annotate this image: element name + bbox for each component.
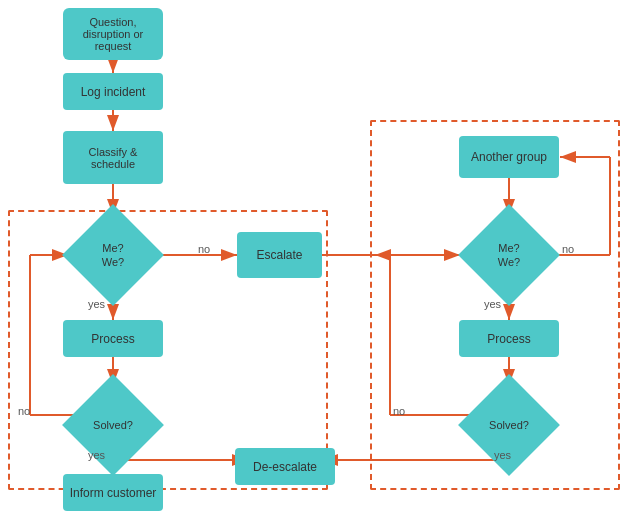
solved-right-label: Solved?: [489, 418, 529, 432]
question-label: Question, disruption or request: [83, 16, 144, 52]
no4-label: no: [393, 405, 405, 417]
deescalate-box: De-escalate: [235, 448, 335, 485]
me-we-right-label: Me? We?: [498, 241, 520, 270]
process-left-box: Process: [63, 320, 163, 357]
log-box: Log incident: [63, 73, 163, 110]
classify-box: Classify & schedule: [63, 131, 163, 184]
log-label: Log incident: [81, 85, 146, 99]
process-right-label: Process: [487, 332, 530, 346]
me-we-right-diamond: Me? We?: [464, 215, 554, 295]
inform-label: Inform customer: [70, 486, 157, 500]
another-group-box: Another group: [459, 136, 559, 178]
yes2-label: yes: [88, 449, 105, 461]
deescalate-label: De-escalate: [253, 460, 317, 474]
process-left-label: Process: [91, 332, 134, 346]
flowchart: Question, disruption or request Log inci…: [0, 0, 643, 519]
me-we-left-label: Me? We?: [102, 241, 124, 270]
question-box: Question, disruption or request: [63, 8, 163, 60]
yes3-label: yes: [484, 298, 501, 310]
no2-label: no: [18, 405, 30, 417]
another-group-label: Another group: [471, 150, 547, 164]
escalate-box: Escalate: [237, 232, 322, 278]
yes4-label: yes: [494, 449, 511, 461]
solved-left-label: Solved?: [93, 418, 133, 432]
me-we-left-diamond: Me? We?: [68, 215, 158, 295]
yes1-label: yes: [88, 298, 105, 310]
inform-box: Inform customer: [63, 474, 163, 511]
classify-label: Classify & schedule: [89, 146, 138, 170]
process-right-box: Process: [459, 320, 559, 357]
solved-left-diamond: Solved?: [68, 385, 158, 465]
no3-label: no: [562, 243, 574, 255]
escalate-label: Escalate: [256, 248, 302, 262]
no1-label: no: [198, 243, 210, 255]
